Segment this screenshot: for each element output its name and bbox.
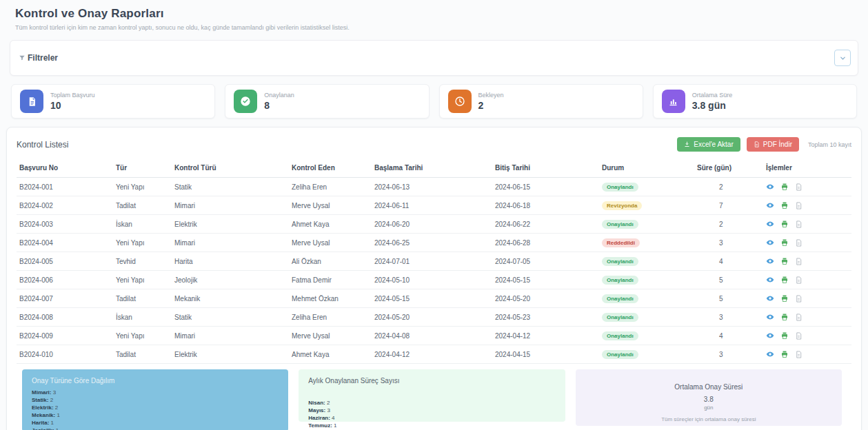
cell-islemler — [763, 308, 851, 327]
col-header-kontrol-turu: Kontrol Türü — [172, 160, 289, 178]
view-icon[interactable] — [766, 294, 775, 303]
file-icon[interactable] — [795, 295, 804, 303]
cell-basvuru-no: B2024-006 — [17, 271, 113, 289]
cell-kontrol-turu: Mimari — [172, 327, 289, 345]
print-icon[interactable] — [780, 257, 789, 265]
download-icon — [684, 141, 690, 147]
cell-bitis-tarihi: 2024-04-15 — [492, 345, 599, 364]
file-icon[interactable] — [795, 183, 804, 191]
print-icon[interactable] — [780, 201, 789, 209]
cell-sure: 2 — [694, 215, 763, 234]
cell-bitis-tarihi: 2024-06-28 — [492, 234, 599, 252]
cell-bitis-tarihi: 2024-05-15 — [492, 271, 599, 289]
file-icon[interactable] — [795, 314, 804, 321]
table-row: B2024-008 İskan Statik Zeliha Eren 2024-… — [17, 308, 851, 327]
export-excel-label: Excel'e Aktar — [694, 141, 734, 148]
summary-item-value: 2 — [48, 397, 53, 403]
status-badge: Onaylandı — [602, 257, 638, 266]
view-icon[interactable] — [766, 313, 775, 321]
cell-sure: 3 — [694, 345, 763, 364]
stat-label: Onaylanan — [264, 92, 294, 99]
filters-label: Filtreler — [28, 53, 58, 63]
stat-value: 3.8 gün — [692, 100, 733, 111]
view-icon[interactable] — [766, 238, 775, 247]
bar-chart-icon — [662, 90, 685, 113]
filters-header[interactable]: Filtreler — [17, 53, 58, 63]
print-icon[interactable] — [780, 238, 789, 247]
file-icon[interactable] — [795, 239, 804, 247]
summary-title: Aylık Onaylanan Süreç Sayısı — [308, 377, 555, 385]
view-icon[interactable] — [766, 350, 775, 358]
file-icon[interactable] — [795, 221, 804, 228]
status-badge: Onaylandı — [602, 313, 638, 322]
cell-kontrol-turu: Jeolojik — [172, 271, 289, 289]
filters-panel: Filtreler — [10, 40, 858, 76]
summaries-row: Onay Türüne Göre Dağılım Mimari: 3Statik… — [22, 369, 842, 430]
cell-baslama-tarihi: 2024-05-20 — [372, 308, 492, 327]
cell-kontrol-turu: Mimari — [172, 234, 289, 252]
view-icon[interactable] — [766, 331, 775, 340]
cell-baslama-tarihi: 2024-04-12 — [372, 345, 492, 364]
cell-basvuru-no: B2024-005 — [17, 252, 113, 271]
cell-basvuru-no: B2024-007 — [17, 289, 113, 308]
stat-value: 2 — [478, 100, 504, 111]
print-icon[interactable] — [780, 331, 789, 340]
page-subtitle: Tüm kontrol türleri için kim ne zaman ko… — [15, 24, 868, 31]
print-icon[interactable] — [780, 294, 789, 303]
print-icon[interactable] — [780, 313, 789, 321]
file-icon[interactable] — [795, 351, 804, 358]
view-icon[interactable] — [766, 276, 775, 284]
stat-card-bekleyen: Bekleyen 2 — [439, 84, 643, 119]
col-header-tur: Tür — [113, 160, 172, 178]
cell-kontrol-turu: Mekanik — [172, 289, 289, 308]
cell-basvuru-no: B2024-004 — [17, 234, 113, 252]
filters-collapse-button[interactable] — [834, 50, 851, 66]
summary-item-value: 1 — [332, 422, 337, 429]
view-icon[interactable] — [766, 220, 775, 228]
summary-item-label: Elektrik: — [32, 405, 54, 411]
cell-sure: 2 — [694, 178, 763, 196]
table-header-row: Başvuru No Tür Kontrol Türü Kontrol Eden… — [17, 160, 851, 178]
export-excel-button[interactable]: Excel'e Aktar — [677, 137, 740, 152]
document-icon — [20, 90, 43, 113]
print-icon[interactable] — [780, 183, 789, 191]
print-icon[interactable] — [780, 220, 789, 228]
cell-durum: Onaylandı — [599, 308, 694, 327]
cell-kontrol-turu: Statik — [172, 178, 289, 196]
file-icon[interactable] — [795, 258, 804, 265]
cell-kontrol-turu: Statik — [172, 308, 289, 327]
cell-tur: Yeni Yapı — [113, 178, 172, 196]
summary-value: 3.8 — [585, 396, 832, 403]
summary-item-value: 1 — [49, 420, 54, 426]
print-icon[interactable] — [780, 276, 789, 284]
cell-sure: 4 — [694, 327, 763, 345]
cell-sure: 3 — [694, 234, 763, 252]
table-row: B2024-009 Yeni Yapı Mimari Merve Uysal 2… — [17, 327, 851, 345]
stat-card-ortalama-sure: Ortalama Süre 3.8 gün — [653, 84, 857, 119]
file-icon[interactable] — [795, 202, 804, 209]
file-icon[interactable] — [795, 332, 804, 340]
summary-item-label: Harita: — [32, 420, 49, 426]
cell-sure: 5 — [694, 289, 763, 308]
cell-basvuru-no: B2024-002 — [17, 196, 113, 215]
file-icon[interactable] — [795, 276, 804, 284]
cell-durum: Onaylandı — [599, 271, 694, 289]
view-icon[interactable] — [766, 201, 775, 209]
cell-durum: Onaylandı — [599, 252, 694, 271]
cell-tur: İskan — [113, 215, 172, 234]
summary-item: Harita: 1 — [32, 419, 279, 427]
print-icon[interactable] — [780, 350, 789, 358]
control-list-card: Kontrol Listesi Excel'e Aktar PDF İndir … — [6, 127, 862, 430]
clock-icon — [448, 90, 472, 113]
cell-sure: 7 — [694, 196, 763, 215]
col-header-baslama-tarihi: Başlama Tarihi — [372, 160, 492, 178]
view-icon[interactable] — [766, 257, 775, 265]
summary-box-monthly-approved: Aylık Onaylanan Süreç Sayısı Nisan: 2May… — [299, 369, 565, 422]
cell-kontrol-eden: Mehmet Özkan — [289, 289, 372, 308]
cell-sure: 5 — [694, 271, 763, 289]
view-icon[interactable] — [766, 183, 775, 191]
cell-tur: Yeni Yapı — [113, 234, 172, 252]
cell-islemler — [763, 178, 851, 196]
download-pdf-button[interactable]: PDF İndir — [747, 137, 799, 152]
cell-baslama-tarihi: 2024-04-08 — [372, 327, 492, 345]
